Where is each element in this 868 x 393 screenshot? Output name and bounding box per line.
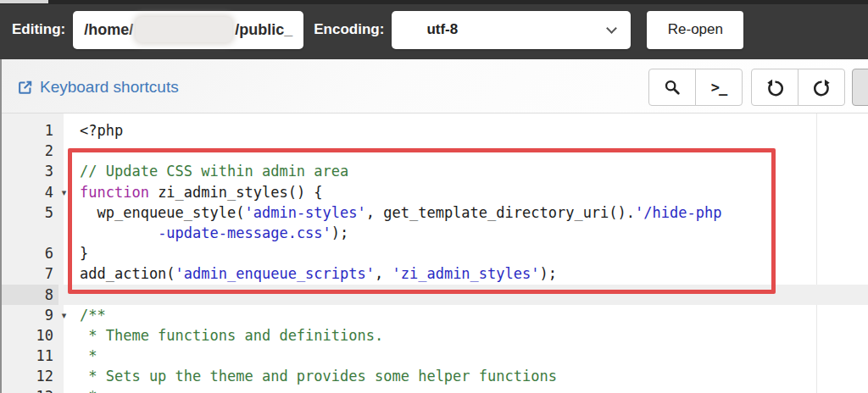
code-text: *: [70, 346, 97, 366]
line-number: 11: [0, 346, 58, 366]
line-number: 10: [0, 325, 58, 346]
code-line[interactable]: 6}: [0, 243, 868, 263]
code-lines: 1<?php23// Update CSS within admin area4…: [0, 120, 868, 393]
line-number: 4: [0, 182, 58, 202]
code-text: -update-message.css');: [70, 223, 348, 243]
line-number: 6: [0, 243, 58, 263]
file-path-field[interactable]: /home/ /public_: [73, 11, 303, 49]
collapse-button[interactable]: [852, 69, 868, 106]
search-terminal-group: >_: [648, 69, 743, 106]
code-line[interactable]: 11 *: [0, 346, 868, 366]
line-number: 7: [0, 263, 58, 284]
search-icon: [663, 78, 682, 97]
line-number: 8: [0, 285, 58, 305]
fold-arrow-icon[interactable]: ▾: [58, 182, 70, 202]
fold-gutter: [58, 243, 70, 263]
keyboard-shortcuts-label: Keyboard shortcuts: [40, 78, 179, 97]
fold-gutter: [58, 366, 70, 386]
code-editor[interactable]: 1<?php23// Update CSS within admin area4…: [0, 113, 868, 393]
code-text: [70, 285, 80, 305]
window-top-strip: [0, 0, 868, 4]
code-text: * Sets up the theme and provides some he…: [70, 366, 557, 386]
fold-arrow-icon[interactable]: ▾: [58, 305, 70, 325]
undo-redo-group: [751, 69, 845, 106]
code-line[interactable]: 4▾function zi_admin_styles() {: [0, 182, 868, 202]
code-text: wp_enqueue_style('admin-styles', get_tem…: [70, 202, 721, 223]
code-line[interactable]: 5 wp_enqueue_style('admin-styles', get_t…: [0, 202, 868, 223]
line-number: [0, 223, 58, 243]
editor-toolbar: Keyboard shortcuts >_: [0, 59, 868, 113]
editor-header-bar: Editing: /home/ /public_ Encoding: utf-8…: [0, 0, 868, 59]
chevron-down-icon: [607, 23, 618, 34]
line-number: 2: [0, 141, 58, 161]
code-line[interactable]: -update-message.css');: [0, 223, 868, 243]
line-number: 5: [0, 202, 58, 223]
code-line[interactable]: 8: [0, 285, 868, 305]
code-line[interactable]: 10 * Theme functions and definitions.: [0, 325, 868, 346]
terminal-prompt-icon: >_: [711, 79, 726, 96]
page-left-edge: [0, 59, 2, 393]
code-line[interactable]: 12 * Sets up the theme and provides some…: [0, 366, 868, 386]
line-number: 12: [0, 366, 58, 386]
fold-gutter: [58, 202, 70, 223]
code-line[interactable]: 9▾/**: [0, 305, 868, 325]
code-text: * Theme functions and definitions.: [70, 325, 383, 346]
fold-gutter: [58, 223, 70, 243]
window-top-notch: [0, 0, 48, 3]
path-suffix: /public_: [235, 21, 292, 39]
code-text: // Update CSS within admin area: [70, 161, 348, 181]
fold-gutter: [58, 161, 70, 181]
code-line[interactable]: 1<?php: [0, 120, 868, 141]
line-number: 3: [0, 161, 58, 181]
fold-gutter: [58, 346, 70, 366]
editing-label: Editing:: [12, 21, 65, 38]
terminal-button[interactable]: >_: [695, 69, 743, 106]
redacted-username: [136, 17, 232, 42]
keyboard-shortcuts-link[interactable]: Keyboard shortcuts: [17, 78, 179, 97]
encoding-select[interactable]: utf-8: [392, 11, 631, 49]
fold-gutter: [58, 386, 70, 393]
encoding-value: utf-8: [392, 21, 458, 38]
external-link-icon: [17, 80, 33, 96]
line-number: 9: [0, 305, 58, 325]
redo-icon: [812, 78, 832, 97]
redo-button[interactable]: [798, 69, 845, 106]
code-text: <?php: [70, 120, 123, 141]
fold-gutter: [58, 120, 70, 141]
undo-icon: [765, 78, 785, 97]
search-button[interactable]: [648, 69, 696, 106]
code-line[interactable]: 13 *: [0, 386, 868, 393]
code-text: }: [70, 243, 88, 263]
code-text: *: [70, 386, 97, 393]
code-text: /**: [70, 305, 106, 325]
code-text: add_action('admin_enqueue_scripts', 'zi_…: [70, 263, 557, 284]
undo-button[interactable]: [751, 69, 798, 106]
fold-gutter: [58, 325, 70, 346]
path-prefix: /home/: [84, 21, 133, 39]
code-text: function zi_admin_styles() {: [70, 182, 323, 202]
fold-gutter: [58, 141, 70, 161]
code-line[interactable]: 3// Update CSS within admin area: [0, 161, 868, 181]
code-text: [70, 141, 80, 161]
reopen-button[interactable]: Re-open: [647, 11, 743, 49]
file-editor-window: Editing: /home/ /public_ Encoding: utf-8…: [0, 0, 868, 393]
encoding-label: Encoding:: [314, 21, 384, 38]
line-number: 13: [0, 386, 58, 393]
fold-gutter: [58, 263, 70, 284]
line-number: 1: [0, 120, 58, 141]
code-line[interactable]: 7add_action('admin_enqueue_scripts', 'zi…: [0, 263, 868, 284]
fold-gutter: [58, 285, 70, 305]
collapse-group: [852, 69, 868, 106]
code-line[interactable]: 2: [0, 141, 868, 161]
